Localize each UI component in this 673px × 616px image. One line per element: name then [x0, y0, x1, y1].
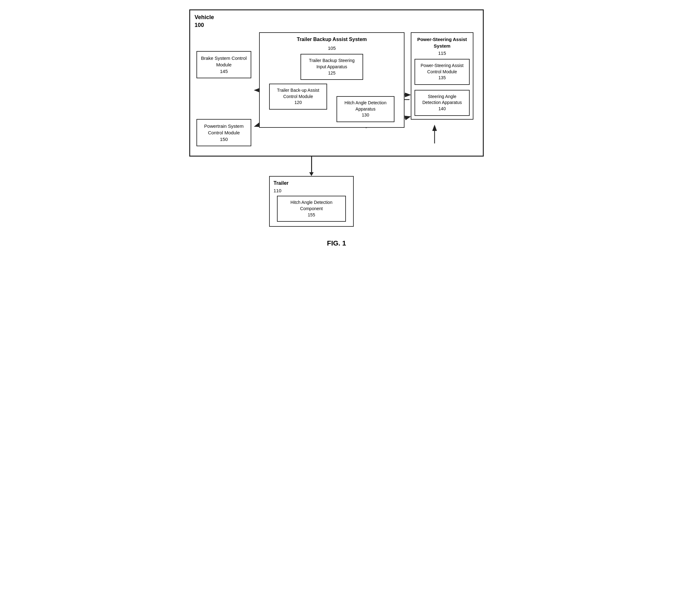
tbas-label: Trailer Backup Assist System: [263, 36, 401, 43]
powertrain-number: 150: [201, 136, 247, 142]
hitch-angle-detection-block: Hitch Angle Detection Apparatus 130: [336, 96, 395, 122]
arrow-head-down: [309, 172, 313, 176]
trailer-section: Trailer 110 Hitch Angle Detection Compon…: [269, 176, 354, 227]
had-number: 130: [341, 112, 390, 118]
psac-block: Power-Steering Assist Control Module 135: [415, 59, 470, 85]
trailer-outer-label-group: Trailer 110: [273, 180, 288, 196]
right-column: Power-Steering Assist System 115 Power-S…: [411, 32, 477, 120]
tbas-number: 105: [263, 45, 401, 51]
vehicle-label-text: Vehicle: [195, 14, 214, 20]
trailer-backup-assist-control-block: Trailer Back-up Assist Control Module 12…: [269, 84, 327, 109]
center-column: Trailer Backup Assist System 105 Trailer…: [259, 32, 405, 128]
trailer-number: 110: [273, 188, 288, 193]
hitch-angle-component-block: Hitch Angle Detection Component 155: [277, 196, 346, 222]
trailer-label: Trailer: [273, 180, 288, 187]
powertrain-system-control-block: Powertrain System Control Module 150: [196, 119, 251, 146]
connector-line: [311, 157, 312, 172]
diagram-wrapper: Vehicle 100: [186, 9, 487, 247]
hac-number: 155: [281, 212, 342, 218]
psas-label: Power-Steering Assist System: [415, 36, 470, 49]
psas-box: Power-Steering Assist System 115 Power-S…: [411, 32, 473, 120]
tbac-label: Trailer Back-up Assist Control Module: [277, 88, 319, 99]
tbsi-number: 125: [305, 70, 359, 76]
psas-number: 115: [415, 50, 470, 56]
trailer-backup-steering-input-block: Trailer Backup Steering Input Apparatus …: [300, 54, 363, 80]
psac-number: 135: [419, 75, 465, 81]
vehicle-label: Vehicle 100: [195, 13, 214, 29]
brake-system-number: 145: [201, 68, 247, 74]
vehicle-number: 100: [195, 22, 204, 28]
tbas-box: Trailer Backup Assist System 105 Trailer…: [259, 32, 405, 128]
sad-number: 140: [419, 106, 465, 112]
vehicle-box: Vehicle 100: [189, 9, 484, 157]
brake-system-control-block: Brake System Control Module 145: [196, 51, 251, 78]
psac-label: Power-Steering Assist Control Module: [421, 63, 464, 74]
left-column: Brake System Control Module 145 Powertra…: [196, 51, 253, 146]
steering-angle-detection-block: Steering Angle Detection Apparatus 140: [415, 90, 470, 116]
trailer-outer-box: Trailer 110 Hitch Angle Detection Compon…: [269, 176, 354, 227]
had-label: Hitch Angle Detection Apparatus: [345, 100, 387, 111]
brake-system-label: Brake System Control Module: [201, 55, 247, 67]
fig-label: FIG. 1: [327, 239, 346, 247]
sad-label: Steering Angle Detection Apparatus: [422, 94, 462, 105]
tbac-number: 120: [273, 99, 323, 106]
tbsi-label: Trailer Backup Steering Input Apparatus: [309, 58, 355, 69]
powertrain-label: Powertrain System Control Module: [204, 123, 244, 135]
hac-label: Hitch Angle Detection Component: [290, 200, 332, 211]
